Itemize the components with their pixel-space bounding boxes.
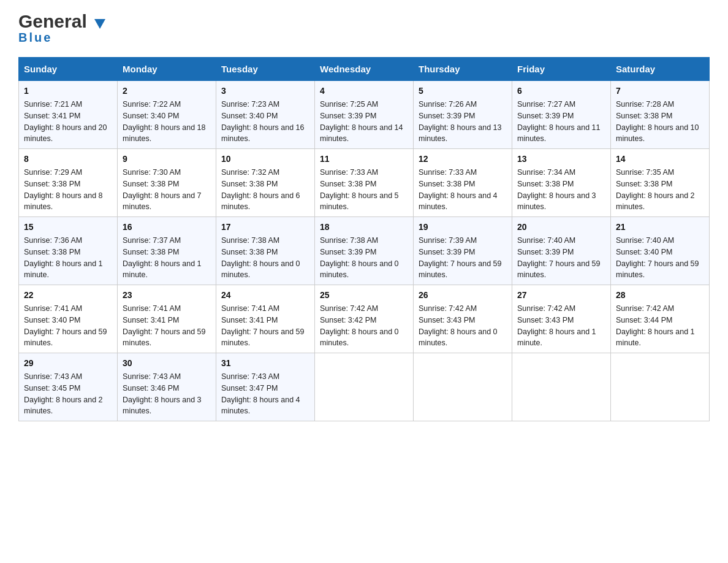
day-number: 11: [320, 153, 408, 166]
day-number: 25: [320, 289, 408, 302]
day-info: Sunrise: 7:32 AMSunset: 3:38 PMDaylight:…: [221, 168, 300, 211]
calendar-cell: 1Sunrise: 7:21 AMSunset: 3:41 PMDaylight…: [19, 81, 118, 149]
day-number: 24: [221, 289, 309, 302]
day-info: Sunrise: 7:30 AMSunset: 3:38 PMDaylight:…: [123, 168, 202, 211]
day-number: 16: [123, 221, 211, 234]
calendar-cell: 30Sunrise: 7:43 AMSunset: 3:46 PMDayligh…: [118, 353, 216, 421]
day-number: 2: [123, 85, 211, 98]
logo-triangle-shape: [94, 13, 105, 32]
calendar-cell: 19Sunrise: 7:39 AMSunset: 3:39 PMDayligh…: [414, 217, 512, 285]
calendar-cell: 15Sunrise: 7:36 AMSunset: 3:38 PMDayligh…: [19, 217, 118, 285]
calendar-cell: 6Sunrise: 7:27 AMSunset: 3:39 PMDaylight…: [512, 81, 611, 149]
calendar-cell: 11Sunrise: 7:33 AMSunset: 3:38 PMDayligh…: [315, 149, 414, 217]
day-number: 27: [517, 289, 605, 302]
day-number: 1: [24, 85, 112, 98]
day-number: 21: [616, 221, 704, 234]
day-info: Sunrise: 7:43 AMSunset: 3:46 PMDaylight:…: [123, 372, 202, 415]
calendar-cell: 31Sunrise: 7:43 AMSunset: 3:47 PMDayligh…: [216, 353, 315, 421]
day-info: Sunrise: 7:36 AMSunset: 3:38 PMDaylight:…: [24, 236, 103, 279]
day-info: Sunrise: 7:39 AMSunset: 3:39 PMDaylight:…: [419, 236, 502, 279]
day-info: Sunrise: 7:29 AMSunset: 3:38 PMDaylight:…: [24, 168, 103, 211]
day-number: 29: [24, 357, 112, 370]
svg-marker-0: [94, 19, 105, 29]
day-info: Sunrise: 7:41 AMSunset: 3:40 PMDaylight:…: [24, 304, 107, 347]
calendar-cell: 13Sunrise: 7:34 AMSunset: 3:38 PMDayligh…: [512, 149, 611, 217]
day-info: Sunrise: 7:33 AMSunset: 3:38 PMDaylight:…: [419, 168, 498, 211]
day-number: 22: [24, 289, 112, 302]
calendar-week-row: 22Sunrise: 7:41 AMSunset: 3:40 PMDayligh…: [19, 285, 710, 353]
logo: General Blue: [18, 12, 105, 45]
day-info: Sunrise: 7:42 AMSunset: 3:43 PMDaylight:…: [419, 304, 498, 347]
calendar-cell: 27Sunrise: 7:42 AMSunset: 3:43 PMDayligh…: [512, 285, 611, 353]
calendar-cell: [414, 353, 512, 421]
calendar-cell: 9Sunrise: 7:30 AMSunset: 3:38 PMDaylight…: [118, 149, 216, 217]
calendar-cell: 28Sunrise: 7:42 AMSunset: 3:44 PMDayligh…: [611, 285, 710, 353]
calendar-cell: 24Sunrise: 7:41 AMSunset: 3:41 PMDayligh…: [216, 285, 315, 353]
calendar-cell: 4Sunrise: 7:25 AMSunset: 3:39 PMDaylight…: [315, 81, 414, 149]
day-info: Sunrise: 7:38 AMSunset: 3:38 PMDaylight:…: [221, 236, 300, 279]
page-header: General Blue: [18, 12, 710, 45]
column-header-tuesday: Tuesday: [216, 58, 315, 81]
day-info: Sunrise: 7:25 AMSunset: 3:39 PMDaylight:…: [320, 100, 403, 143]
calendar-cell: 3Sunrise: 7:23 AMSunset: 3:40 PMDaylight…: [216, 81, 315, 149]
day-number: 20: [517, 221, 605, 234]
day-number: 3: [221, 85, 309, 98]
day-number: 23: [123, 289, 211, 302]
column-header-thursday: Thursday: [414, 58, 512, 81]
day-info: Sunrise: 7:43 AMSunset: 3:47 PMDaylight:…: [221, 372, 300, 415]
calendar-cell: [315, 353, 414, 421]
column-header-wednesday: Wednesday: [315, 58, 414, 81]
day-number: 10: [221, 153, 309, 166]
day-number: 5: [419, 85, 507, 98]
calendar-cell: 16Sunrise: 7:37 AMSunset: 3:38 PMDayligh…: [118, 217, 216, 285]
day-number: 18: [320, 221, 408, 234]
calendar-cell: 14Sunrise: 7:35 AMSunset: 3:38 PMDayligh…: [611, 149, 710, 217]
day-number: 6: [517, 85, 605, 98]
day-info: Sunrise: 7:34 AMSunset: 3:38 PMDaylight:…: [517, 168, 596, 211]
day-info: Sunrise: 7:42 AMSunset: 3:43 PMDaylight:…: [517, 304, 596, 347]
calendar-cell: [512, 353, 611, 421]
calendar-cell: 22Sunrise: 7:41 AMSunset: 3:40 PMDayligh…: [19, 285, 118, 353]
calendar-cell: 21Sunrise: 7:40 AMSunset: 3:40 PMDayligh…: [611, 217, 710, 285]
day-info: Sunrise: 7:42 AMSunset: 3:44 PMDaylight:…: [616, 304, 695, 347]
calendar-table: SundayMondayTuesdayWednesdayThursdayFrid…: [18, 57, 710, 421]
day-info: Sunrise: 7:28 AMSunset: 3:38 PMDaylight:…: [616, 100, 699, 143]
calendar-cell: 10Sunrise: 7:32 AMSunset: 3:38 PMDayligh…: [216, 149, 315, 217]
calendar-cell: 8Sunrise: 7:29 AMSunset: 3:38 PMDaylight…: [19, 149, 118, 217]
day-number: 7: [616, 85, 704, 98]
column-header-saturday: Saturday: [611, 58, 710, 81]
day-number: 31: [221, 357, 309, 370]
day-info: Sunrise: 7:43 AMSunset: 3:45 PMDaylight:…: [24, 372, 103, 415]
calendar-cell: 7Sunrise: 7:28 AMSunset: 3:38 PMDaylight…: [611, 81, 710, 149]
day-number: 15: [24, 221, 112, 234]
calendar-cell: 18Sunrise: 7:38 AMSunset: 3:39 PMDayligh…: [315, 217, 414, 285]
triangle-icon: [94, 19, 105, 29]
calendar-cell: 2Sunrise: 7:22 AMSunset: 3:40 PMDaylight…: [118, 81, 216, 149]
calendar-header-row: SundayMondayTuesdayWednesdayThursdayFrid…: [19, 58, 710, 81]
day-number: 17: [221, 221, 309, 234]
calendar-cell: 20Sunrise: 7:40 AMSunset: 3:39 PMDayligh…: [512, 217, 611, 285]
day-number: 19: [419, 221, 507, 234]
logo-wordmark: General: [18, 12, 105, 31]
day-info: Sunrise: 7:33 AMSunset: 3:38 PMDaylight:…: [320, 168, 399, 211]
day-info: Sunrise: 7:38 AMSunset: 3:39 PMDaylight:…: [320, 236, 399, 279]
day-info: Sunrise: 7:40 AMSunset: 3:40 PMDaylight:…: [616, 236, 699, 279]
calendar-week-row: 15Sunrise: 7:36 AMSunset: 3:38 PMDayligh…: [19, 217, 710, 285]
calendar-week-row: 29Sunrise: 7:43 AMSunset: 3:45 PMDayligh…: [19, 353, 710, 421]
day-number: 28: [616, 289, 704, 302]
logo-blue-text: Blue: [18, 31, 52, 45]
calendar-cell: 25Sunrise: 7:42 AMSunset: 3:42 PMDayligh…: [315, 285, 414, 353]
day-number: 14: [616, 153, 704, 166]
day-info: Sunrise: 7:23 AMSunset: 3:40 PMDaylight:…: [221, 100, 305, 143]
calendar-cell: [611, 353, 710, 421]
day-info: Sunrise: 7:42 AMSunset: 3:42 PMDaylight:…: [320, 304, 399, 347]
day-number: 30: [123, 357, 211, 370]
calendar-cell: 23Sunrise: 7:41 AMSunset: 3:41 PMDayligh…: [118, 285, 216, 353]
logo-general-text: General: [18, 12, 87, 31]
day-info: Sunrise: 7:37 AMSunset: 3:38 PMDaylight:…: [123, 236, 202, 279]
calendar-week-row: 8Sunrise: 7:29 AMSunset: 3:38 PMDaylight…: [19, 149, 710, 217]
day-info: Sunrise: 7:41 AMSunset: 3:41 PMDaylight:…: [221, 304, 305, 347]
day-number: 8: [24, 153, 112, 166]
calendar-cell: 17Sunrise: 7:38 AMSunset: 3:38 PMDayligh…: [216, 217, 315, 285]
day-info: Sunrise: 7:41 AMSunset: 3:41 PMDaylight:…: [123, 304, 206, 347]
